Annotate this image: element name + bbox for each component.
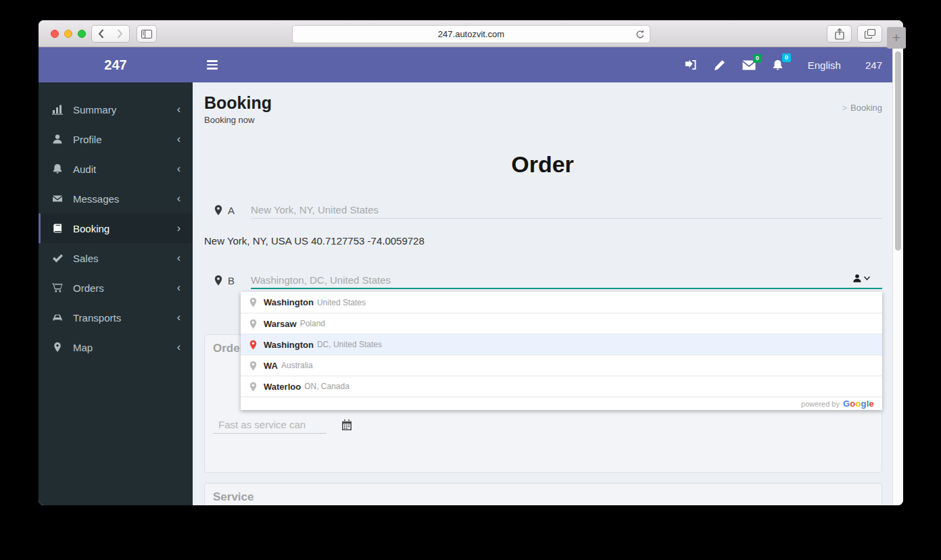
place-secondary-text: DC, United States [317,340,382,349]
page-subtitle: Booking now [204,115,272,125]
show-tabs-button[interactable] [857,25,882,43]
language-selector[interactable]: English [808,59,841,71]
person-icon [852,274,862,283]
sidebar-item-label: Profile [73,134,177,145]
chevron-left-icon: ‹ [177,252,180,264]
sidebar-item-map[interactable]: Map ‹ [39,332,193,362]
place-main-text: Waterloo [264,382,301,392]
messages-icon[interactable]: 0 [742,60,756,70]
user-icon [52,134,64,145]
place-secondary-text: United States [317,298,366,307]
page-scrollbar[interactable] [892,47,903,505]
place-main-text: Washington [264,340,314,350]
calendar-icon[interactable] [341,419,352,430]
envelope-icon [52,193,64,204]
chevron-left-icon: ‹ [177,341,180,353]
app-logo[interactable]: 247 [39,47,193,82]
autocomplete-item[interactable]: WA Australia [241,355,882,376]
origin-row: A [213,201,882,219]
assign-person-dropdown[interactable] [852,274,870,283]
account-label[interactable]: 247 [865,59,882,71]
sidebar-menu: Summary ‹ Profile ‹ Audit ‹ Messages ‹ [39,82,193,362]
edit-pencil-icon[interactable] [713,59,727,71]
sidebar-item-label: Map [73,342,177,353]
messages-badge: 0 [753,54,762,63]
sidebar-item-label: Transports [73,312,177,324]
sidebar-item-audit[interactable]: Audit ‹ [39,154,193,184]
menu-toggle-icon[interactable] [207,60,218,70]
url-text: 247.autozvit.com [293,29,650,39]
autocomplete-item[interactable]: Warsaw Poland [241,313,882,334]
origin-geocode-result: New York, NY, USA US 40.7127753 -74.0059… [204,235,425,247]
address-bar[interactable]: 247.autozvit.com [292,25,650,43]
book-icon [52,223,64,234]
share-button[interactable] [827,25,852,43]
powered-by-text: powered by [801,400,840,408]
chevron-left-icon: ‹ [177,193,180,205]
chevron-left-icon: ‹ [177,282,180,294]
sidebar-item-messages[interactable]: Messages ‹ [39,184,193,213]
place-pin-icon [249,382,257,392]
sidebar-item-sales[interactable]: Sales ‹ [39,243,193,273]
cart-icon [52,282,64,293]
autocomplete-item[interactable]: Waterloo ON, Canada [241,376,882,397]
order-form-title: Order [193,151,892,178]
autocomplete-item-highlighted[interactable]: Washington DC, United States [241,334,882,355]
place-pin-icon-red [249,340,257,350]
sidebar-item-booking[interactable]: Booking › [39,213,193,243]
forward-button[interactable] [110,25,130,43]
destination-input[interactable] [251,272,882,289]
browser-window: 247.autozvit.com 247 Summary ‹ [39,20,903,505]
place-main-text: WA [264,361,278,371]
destination-row: B [213,272,882,289]
minimize-window-button[interactable] [64,30,72,38]
reload-icon[interactable] [635,29,645,40]
breadcrumb[interactable]: >Booking [842,103,882,113]
sidebar-item-transports[interactable]: Transports ‹ [39,303,193,332]
place-secondary-text: ON, Canada [304,382,349,391]
bar-chart-icon [52,104,64,115]
map-marker-icon [214,205,222,215]
sidebar-item-orders[interactable]: Orders ‹ [39,273,193,303]
chevron-left-icon: ‹ [177,103,180,116]
map-marker-icon [52,342,64,353]
sidebar-item-label: Summary [73,104,177,116]
scrollbar-thumb[interactable] [895,51,901,251]
sidebar-item-summary[interactable]: Summary ‹ [39,95,193,124]
notifications-bell-icon[interactable]: 0 [771,59,785,71]
origin-input[interactable] [251,201,882,219]
breadcrumb-item: Booking [850,103,882,113]
app-header: 0 0 English 247 [193,47,892,82]
chevron-left-icon: ‹ [177,311,180,324]
autocomplete-item[interactable]: Washington United States [241,292,882,313]
map-marker-icon [214,275,222,286]
sign-in-icon[interactable] [684,59,698,70]
close-window-button[interactable] [51,30,59,38]
service-panel-title: Service [205,484,882,504]
new-tab-button[interactable]: + [887,27,906,49]
powered-by-google: powered by Google [241,397,882,410]
sidebar-item-label: Messages [73,193,177,205]
sidebar: 247 Summary ‹ Profile ‹ Audit ‹ [39,47,193,505]
chevron-left-icon [98,29,104,39]
sidebar-item-profile[interactable]: Profile ‹ [39,124,193,154]
place-pin-icon [249,297,257,307]
page-title: Booking [204,93,272,113]
sidebar-item-label: Orders [73,282,177,294]
place-pin-icon [249,319,257,329]
place-secondary-text: Poland [300,319,325,328]
destination-label: B [228,275,237,286]
chevron-left-icon: ‹ [177,133,180,145]
chevron-right-icon: › [177,222,180,234]
window-controls [51,30,86,38]
pickup-time-input[interactable] [213,416,327,434]
content-area: Booking Booking now >Booking Order A New… [193,82,892,505]
back-button[interactable] [91,25,111,43]
breadcrumb-separator: > [842,103,847,113]
place-pin-icon [249,361,257,371]
zoom-window-button[interactable] [78,30,86,38]
sidebar-panel-icon [141,30,152,39]
sidebar-toggle-button[interactable] [137,25,157,43]
google-logo: Google [843,399,874,409]
sidebar-item-label: Sales [73,253,177,264]
